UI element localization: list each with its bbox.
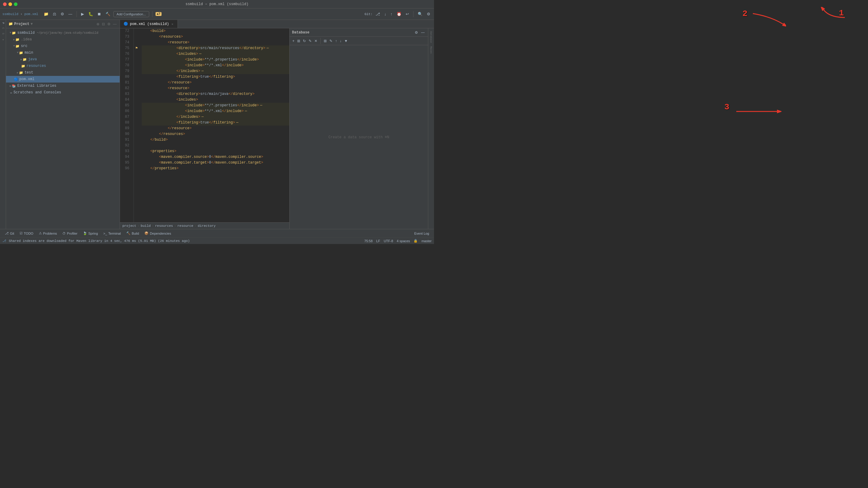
line-ending-btn[interactable]: LF bbox=[376, 239, 380, 243]
git-branch-btn[interactable]: ⎇ bbox=[374, 11, 381, 17]
tree-item-java[interactable]: ▶ 📁 java bbox=[6, 56, 120, 63]
db-minimize-btn[interactable]: — bbox=[420, 30, 426, 35]
close-button[interactable] bbox=[3, 2, 7, 6]
breadcrumb-build[interactable]: build bbox=[141, 224, 151, 228]
status-message: Shared indexes are downloaded for Maven … bbox=[9, 239, 190, 243]
build-tab[interactable]: 🔨 Build bbox=[124, 231, 141, 236]
database-panel-actions[interactable]: ⚙ — bbox=[414, 30, 426, 35]
code-content[interactable]: <build> <resources> <resource> bbox=[139, 28, 289, 222]
db-edit-btn[interactable]: ✎ bbox=[308, 38, 313, 44]
debug-btn[interactable]: 🐛 bbox=[87, 11, 94, 17]
tree-test-label: test bbox=[24, 70, 33, 75]
todo-tab[interactable]: ☑ TODO bbox=[17, 231, 36, 236]
favorites-icon[interactable]: ★ bbox=[1, 37, 5, 42]
project-tree: ▼ 📁 ssmbuild ~/proj/java/my-java-study/s… bbox=[6, 28, 120, 229]
window-controls[interactable] bbox=[3, 2, 18, 6]
gutter-87 bbox=[134, 114, 139, 120]
line-88: 88 bbox=[120, 120, 131, 126]
code-line-89: </resource> bbox=[142, 126, 289, 131]
code-line-76: <includes> — bbox=[142, 51, 289, 57]
editor-scroll[interactable]: 72 73 74 75 76 77 78 79 80 81 82 83 bbox=[120, 28, 289, 222]
breadcrumb-sep-3: › bbox=[174, 224, 176, 228]
gutter-94 bbox=[134, 154, 139, 160]
structure-icon[interactable]: S bbox=[1, 32, 5, 36]
search-btn[interactable]: 🔍 bbox=[416, 11, 424, 17]
close-panel-btn[interactable]: — bbox=[113, 22, 117, 27]
cursor-position-btn[interactable]: 75:58 bbox=[364, 239, 373, 243]
tree-item-resources[interactable]: 📁 resources bbox=[6, 63, 120, 69]
maven-side-icon[interactable]: Maven bbox=[429, 44, 433, 56]
tree-arrow: ▼ bbox=[13, 44, 15, 47]
db-refresh-btn[interactable]: ↻ bbox=[302, 38, 307, 44]
git-history-btn[interactable]: ⏰ bbox=[396, 11, 403, 17]
spring-tab[interactable]: 🍃 Spring bbox=[81, 231, 100, 236]
project-actions[interactable]: ⊕ ⊟ ⚙ — bbox=[96, 22, 117, 27]
add-configuration-button[interactable]: Add Configuration... bbox=[113, 11, 149, 17]
line-75: 75 bbox=[120, 45, 131, 51]
collapse-all-btn[interactable]: ⊟ bbox=[101, 22, 105, 27]
line-numbers: 72 73 74 75 76 77 78 79 80 81 82 83 bbox=[120, 28, 134, 222]
tree-item-main[interactable]: ▼ 📁 main bbox=[6, 50, 120, 56]
stop-btn[interactable]: ⏹ bbox=[96, 11, 102, 17]
event-log-button[interactable]: Event Log bbox=[412, 231, 432, 236]
toolbar-equalizer-btn[interactable]: ⚖ bbox=[52, 11, 58, 17]
git-push-btn[interactable]: ↑ bbox=[390, 11, 394, 17]
maximize-button[interactable] bbox=[14, 2, 18, 6]
tree-item-scratches[interactable]: ✏ Scratches and Consoles bbox=[6, 89, 120, 96]
tree-item-root[interactable]: ▼ 📁 ssmbuild ~/proj/java/my-java-study/s… bbox=[6, 30, 120, 36]
tree-item-src[interactable]: ▼ 📁 src bbox=[6, 43, 120, 50]
git-update-btn[interactable]: ↓ bbox=[383, 11, 388, 17]
dependencies-tab[interactable]: 📦 Dependencies bbox=[142, 231, 173, 236]
db-settings-btn[interactable]: ⚙ bbox=[414, 30, 419, 35]
problems-tab[interactable]: ⚠ Problems bbox=[36, 231, 59, 236]
db-add-btn[interactable]: + bbox=[291, 38, 296, 44]
tree-item-test[interactable]: ▶ 📁 test bbox=[6, 69, 120, 76]
breadcrumb-project[interactable]: project bbox=[122, 224, 136, 228]
settings-toolbar-btn[interactable]: ⚙ bbox=[426, 11, 432, 17]
terminal-tab[interactable]: >_ Terminal bbox=[101, 231, 123, 236]
db-export-btn[interactable]: ↑ bbox=[334, 38, 338, 44]
pom-tab[interactable]: 🔵 pom.xml (ssmbuild) × bbox=[120, 20, 178, 28]
toolbar-minus-btn[interactable]: — bbox=[67, 11, 73, 17]
build-btn[interactable]: 🔨 bbox=[104, 11, 112, 17]
breadcrumb-directory[interactable]: directory bbox=[198, 224, 216, 228]
main-layout: P C S ★ 📁 Project ▼ ⊕ ⊟ ⚙ — ▼ 📁 bbox=[0, 20, 434, 229]
run-btn[interactable]: ▶ bbox=[80, 11, 85, 17]
project-settings-btn[interactable]: ⚙ bbox=[107, 22, 111, 27]
db-copy-btn[interactable]: ⊞ bbox=[296, 38, 301, 44]
toolbar-folder-btn[interactable]: 📁 bbox=[42, 11, 50, 17]
breadcrumb-resource[interactable]: resource bbox=[177, 224, 193, 228]
project-icon[interactable]: P bbox=[1, 21, 5, 25]
db-filter-btn[interactable]: ▼ bbox=[343, 38, 349, 44]
breadcrumb-resources[interactable]: resources bbox=[155, 224, 173, 228]
commit-icon[interactable]: C bbox=[1, 26, 5, 30]
tree-item-pom[interactable]: 🔵 pom.xml bbox=[6, 76, 120, 83]
profiler-tab[interactable]: ⏱ Profiler bbox=[60, 231, 80, 236]
tree-item-idea[interactable]: ▶ 📁 .idea bbox=[6, 36, 120, 43]
vcs-status-icon: ⎇ bbox=[2, 239, 6, 243]
locate-btn[interactable]: ⊕ bbox=[96, 22, 100, 27]
code-line-82: <resource> bbox=[142, 86, 289, 91]
minimize-button[interactable] bbox=[8, 2, 12, 6]
indent-btn[interactable]: 4 spaces bbox=[397, 239, 410, 243]
gutter-75[interactable]: ⚑ bbox=[134, 45, 139, 51]
tab-close-button[interactable]: × bbox=[171, 22, 174, 26]
branch-btn[interactable]: master bbox=[421, 239, 432, 243]
git-tab[interactable]: ⎇ Git bbox=[2, 231, 17, 236]
line-89: 89 bbox=[120, 126, 131, 131]
code-editor-area[interactable]: 72 73 74 75 76 77 78 79 80 81 82 83 bbox=[120, 28, 289, 229]
gutter-96 bbox=[134, 166, 139, 171]
db-remove-btn[interactable]: ✕ bbox=[313, 38, 318, 44]
database-side-icon[interactable]: Database bbox=[429, 30, 433, 44]
undo-btn[interactable]: ↩ bbox=[404, 11, 410, 17]
code-line-80: <filtering>true</filtering> bbox=[142, 74, 289, 80]
warning-badge[interactable]: ▲7 bbox=[156, 12, 161, 16]
encoding-btn[interactable]: UTF-8 bbox=[384, 239, 393, 243]
db-table-btn[interactable]: ⊞ bbox=[323, 38, 328, 44]
code-line-73: <resources> bbox=[142, 34, 289, 40]
line-93: 93 bbox=[120, 149, 131, 154]
toolbar-settings-btn[interactable]: ⚙ bbox=[59, 11, 65, 17]
db-sql-btn[interactable]: ✎ bbox=[329, 38, 333, 44]
tree-item-external-libs[interactable]: ▶ 📚 External Libraries bbox=[6, 83, 120, 89]
db-import-btn[interactable]: ↓ bbox=[339, 38, 342, 44]
